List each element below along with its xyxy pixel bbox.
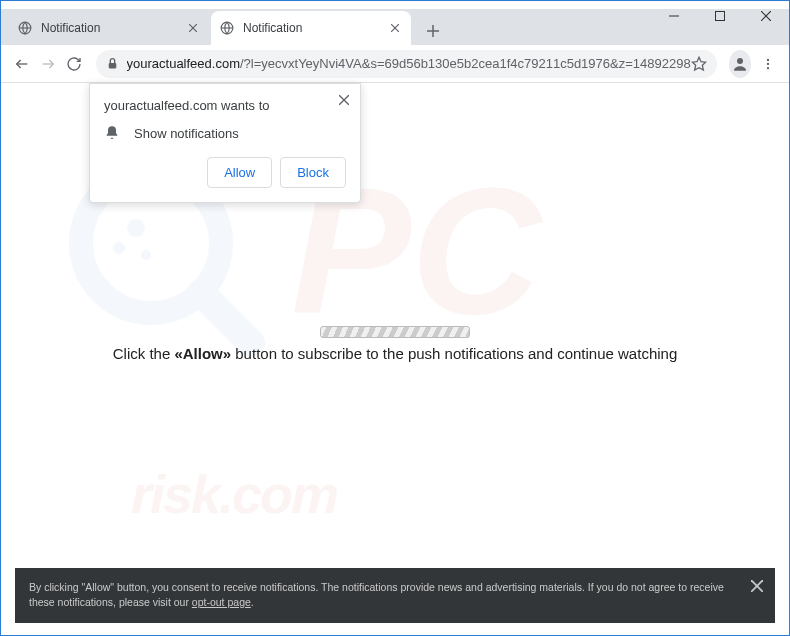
svg-point-26: [141, 250, 151, 260]
url-text: youractualfeed.com/?l=yecvxtYeyNvi4VA&s=…: [127, 56, 691, 71]
popup-close-icon[interactable]: [336, 92, 352, 108]
close-window-button[interactable]: [743, 1, 789, 31]
reload-button[interactable]: [63, 50, 85, 78]
address-bar[interactable]: youractualfeed.com/?l=yecvxtYeyNvi4VA&s=…: [96, 50, 717, 78]
watermark-text: risk.com: [131, 463, 689, 525]
tab-title: Notification: [41, 21, 185, 35]
browser-tab[interactable]: Notification: [9, 11, 209, 45]
bell-icon: [104, 125, 120, 141]
new-tab-button[interactable]: [419, 17, 447, 45]
page-content: PC risk.com youractualfeed.com wants to …: [1, 83, 789, 635]
tab-close-icon[interactable]: [185, 20, 201, 36]
svg-point-18: [737, 58, 743, 64]
consent-bar: By clicking "Allow" button, you consent …: [15, 568, 775, 624]
svg-point-20: [767, 62, 769, 64]
profile-avatar[interactable]: [729, 50, 751, 78]
maximize-button[interactable]: [697, 1, 743, 31]
svg-marker-17: [692, 57, 705, 70]
permission-row: Show notifications: [104, 125, 346, 141]
lock-icon: [106, 57, 119, 70]
svg-point-25: [113, 242, 125, 254]
back-button[interactable]: [11, 50, 33, 78]
minimize-button[interactable]: [651, 1, 697, 31]
permission-popup: youractualfeed.com wants to Show notific…: [89, 83, 361, 203]
svg-point-19: [767, 58, 769, 60]
svg-line-23: [201, 293, 251, 343]
menu-button[interactable]: [757, 50, 779, 78]
globe-icon: [17, 20, 33, 36]
toolbar: youractualfeed.com/?l=yecvxtYeyNvi4VA&s=…: [1, 45, 789, 83]
block-button[interactable]: Block: [280, 157, 346, 188]
permission-item-label: Show notifications: [134, 126, 239, 141]
opt-out-link[interactable]: opt-out page: [192, 596, 251, 608]
svg-rect-16: [108, 63, 116, 68]
bookmark-star-icon[interactable]: [691, 56, 707, 72]
globe-icon: [219, 20, 235, 36]
svg-rect-1: [716, 12, 725, 21]
browser-tab-active[interactable]: Notification: [211, 11, 411, 45]
tab-close-icon[interactable]: [387, 20, 403, 36]
consent-close-icon[interactable]: [751, 580, 763, 592]
loading-bar: [320, 326, 470, 338]
allow-button[interactable]: Allow: [207, 157, 272, 188]
forward-button[interactable]: [37, 50, 59, 78]
permission-title: youractualfeed.com wants to: [104, 98, 346, 113]
tab-title: Notification: [243, 21, 387, 35]
svg-point-21: [767, 66, 769, 68]
instruction-text: Click the «Allow» button to subscribe to…: [1, 345, 789, 362]
consent-text: By clicking "Allow" button, you consent …: [29, 581, 724, 609]
svg-point-24: [127, 219, 145, 237]
